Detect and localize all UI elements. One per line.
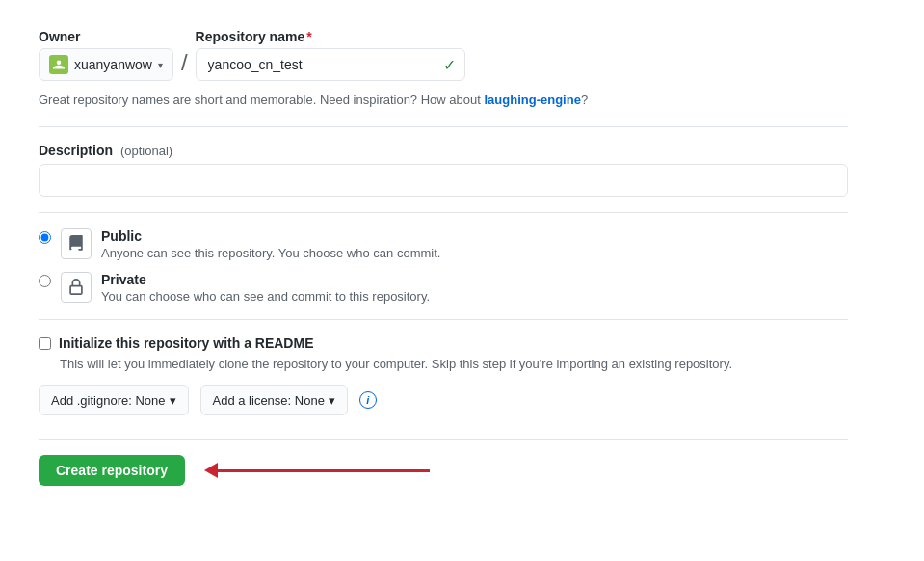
repo-name-label: Repository name* <box>196 29 465 44</box>
private-option: Private You can choose who can see and c… <box>39 272 848 304</box>
owner-select[interactable]: xuanyanwow ▾ <box>39 48 173 81</box>
init-readme-label[interactable]: Initialize this repository with a README <box>59 335 313 351</box>
repo-name-field-group: Repository name* ✓ <box>196 29 465 81</box>
public-option: Public Anyone can see this repository. Y… <box>39 228 848 260</box>
public-title: Public <box>101 228 440 244</box>
slash-divider: / <box>181 46 188 81</box>
private-radio[interactable] <box>39 275 51 287</box>
private-lock-icon <box>61 272 92 303</box>
init-readme-desc: This will let you immediately clone the … <box>60 357 848 371</box>
divider-3 <box>39 319 848 320</box>
create-repository-button[interactable]: Create repository <box>39 455 185 486</box>
description-input[interactable] <box>39 164 848 197</box>
public-text: Public Anyone can see this repository. Y… <box>101 228 440 260</box>
repo-name-input[interactable] <box>196 48 465 81</box>
owner-label: Owner <box>39 29 173 44</box>
create-repo-form: Owner xuanyanwow ▾ / Repository name* ✓ <box>39 29 848 486</box>
init-readme-checkbox[interactable] <box>39 337 51 350</box>
divider-2 <box>39 212 848 213</box>
license-dropdown[interactable]: Add a license: None ▾ <box>200 385 348 415</box>
owner-name-text: xuanyanwow <box>74 57 152 72</box>
chevron-down-icon: ▾ <box>158 60 163 70</box>
description-section: Description (optional) <box>39 143 848 197</box>
arrow-line <box>218 469 430 472</box>
gitignore-dropdown[interactable]: Add .gitignore: None ▾ <box>39 385 189 415</box>
check-icon: ✓ <box>443 56 456 74</box>
gitignore-chevron-icon: ▾ <box>170 393 176 408</box>
private-title: Private <box>101 272 430 287</box>
person-icon <box>53 59 65 70</box>
arrow-indicator <box>204 463 430 478</box>
create-section: Create repository <box>39 439 848 486</box>
public-desc: Anyone can see this repository. You choo… <box>101 246 440 260</box>
repo-name-input-wrapper: ✓ <box>196 48 465 81</box>
repo-name-suggestion-link[interactable]: laughing-engine <box>484 93 580 107</box>
divider-1 <box>39 126 848 127</box>
visibility-section: Public Anyone can see this repository. Y… <box>39 228 848 304</box>
description-label: Description (optional) <box>39 143 848 158</box>
owner-repo-row: Owner xuanyanwow ▾ / Repository name* ✓ <box>39 29 848 81</box>
init-checkbox-row: Initialize this repository with a README <box>39 335 848 351</box>
dropdowns-row: Add .gitignore: None ▾ Add a license: No… <box>39 385 848 415</box>
license-chevron-icon: ▾ <box>329 393 335 408</box>
public-book-icon <box>61 228 92 259</box>
private-text: Private You can choose who can see and c… <box>101 272 430 304</box>
repo-name-hint: Great repository names are short and mem… <box>39 93 848 107</box>
arrow-head-icon <box>204 463 218 478</box>
public-radio[interactable] <box>39 231 51 244</box>
init-section: Initialize this repository with a README… <box>39 335 848 415</box>
private-desc: You can choose who can see and commit to… <box>101 289 430 304</box>
owner-avatar-icon <box>49 55 68 74</box>
info-icon[interactable]: i <box>359 391 377 409</box>
owner-field-group: Owner xuanyanwow ▾ <box>39 29 173 81</box>
